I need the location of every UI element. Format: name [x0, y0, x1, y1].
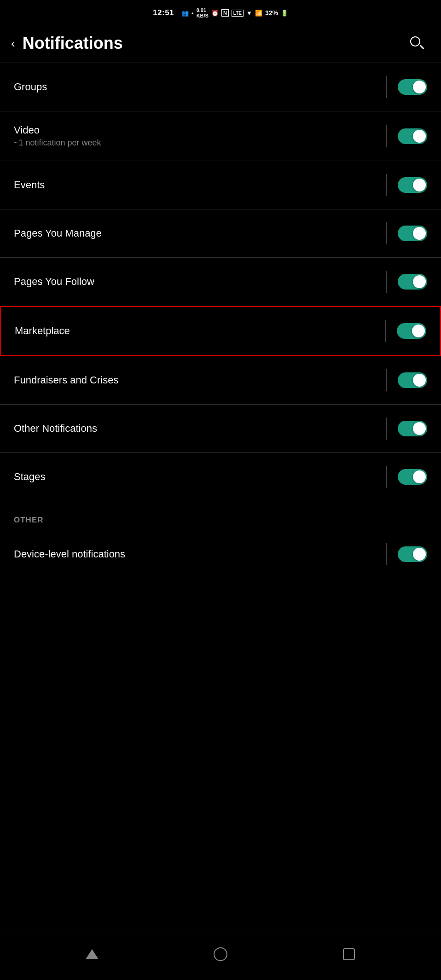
vert-separator — [386, 466, 387, 488]
setting-row-events: Events — [0, 161, 441, 209]
dot-icon: • — [191, 10, 194, 17]
label-fundraisers: Fundraisers and Crises — [14, 374, 379, 386]
teams-icon: 👥 — [181, 10, 189, 17]
label-pages-follow: Pages You Follow — [14, 276, 379, 288]
nfc-icon: N — [221, 9, 229, 17]
header-left: ‹ Notifications — [11, 34, 123, 53]
toggle-switch[interactable] — [398, 469, 427, 485]
label-group-marketplace: Marketplace — [15, 325, 378, 337]
other-list: Device-level notifications — [0, 530, 441, 578]
other-section-header: OTHER — [0, 501, 441, 530]
label-group-device-notif: Device-level notifications — [14, 548, 379, 560]
toggle-wrapper-fundraisers — [398, 372, 427, 388]
label-group-pages-manage: Pages You Manage — [14, 227, 379, 239]
toggle-switch[interactable] — [397, 323, 426, 339]
toggle-wrapper-events — [398, 177, 427, 193]
toggle-switch[interactable] — [398, 372, 427, 388]
vert-separator — [386, 174, 387, 196]
toggle-wrapper-device-notif — [398, 546, 427, 562]
settings-list: GroupsVideo~1 notification per weekEvent… — [0, 63, 441, 501]
label-events: Events — [14, 179, 379, 191]
toggle-switch[interactable] — [398, 226, 427, 241]
label-group-stages: Stages — [14, 471, 379, 483]
toggle-switch[interactable] — [398, 177, 427, 193]
label-device-notif: Device-level notifications — [14, 548, 379, 560]
vert-separator — [386, 543, 387, 565]
other-heading: OTHER — [14, 516, 44, 524]
setting-row-device-notif: Device-level notifications — [0, 530, 441, 578]
page-title: Notifications — [23, 34, 123, 53]
sublabel-video: ~1 notification per week — [14, 138, 379, 148]
toggle-wrapper-marketplace — [397, 323, 426, 339]
toggle-knob — [413, 548, 426, 561]
alarm-icon: ⏰ — [211, 10, 219, 17]
toggle-switch[interactable] — [398, 546, 427, 562]
battery-icon: 🔋 — [281, 10, 288, 17]
toggle-knob — [413, 422, 426, 435]
back-triangle-icon — [86, 949, 99, 959]
search-button[interactable] — [407, 33, 427, 53]
toggle-knob — [413, 179, 426, 191]
toggle-knob — [412, 325, 425, 337]
toggle-switch[interactable] — [398, 274, 427, 290]
label-group-fundraisers: Fundraisers and Crises — [14, 374, 379, 386]
toggle-knob — [413, 81, 426, 93]
setting-row-pages-follow: Pages You Follow — [0, 258, 441, 306]
label-video: Video — [14, 124, 379, 136]
toggle-wrapper-groups — [398, 79, 427, 95]
setting-row-fundraisers: Fundraisers and Crises — [0, 356, 441, 404]
status-time: 12:51 — [153, 8, 174, 17]
nav-back-button[interactable] — [79, 941, 105, 967]
toggle-switch[interactable] — [398, 128, 427, 144]
status-bar: 12:51 👥 • 0.01KB/S ⏰ N LTE ▼ 📶 32% 🔋 — [0, 0, 441, 24]
data-icon: 0.01KB/S — [197, 7, 209, 18]
toggle-wrapper-other-notif — [398, 421, 427, 436]
toggle-wrapper-video — [398, 128, 427, 144]
lte-icon: LTE — [232, 10, 244, 17]
nav-bar — [0, 932, 441, 980]
toggle-wrapper-pages-follow — [398, 274, 427, 290]
toggle-knob — [413, 374, 426, 387]
label-groups: Groups — [14, 81, 379, 93]
spacer — [0, 578, 441, 932]
label-pages-manage: Pages You Manage — [14, 227, 379, 239]
toggle-knob — [413, 470, 426, 483]
setting-row-stages: Stages — [0, 453, 441, 501]
label-group-groups: Groups — [14, 81, 379, 93]
toggle-knob — [413, 275, 426, 288]
toggle-switch[interactable] — [398, 421, 427, 436]
setting-row-marketplace: Marketplace — [0, 306, 441, 356]
signal-icon: 📶 — [255, 10, 262, 17]
toggle-knob — [413, 130, 426, 143]
label-marketplace: Marketplace — [15, 325, 378, 337]
toggle-switch[interactable] — [398, 79, 427, 95]
toggle-knob — [413, 227, 426, 240]
label-group-video: Video~1 notification per week — [14, 124, 379, 148]
nav-home-button[interactable] — [208, 941, 233, 967]
back-button[interactable]: ‹ — [11, 37, 15, 49]
toggle-wrapper-pages-manage — [398, 226, 427, 241]
setting-row-pages-manage: Pages You Manage — [0, 209, 441, 257]
toggle-wrapper-stages — [398, 469, 427, 485]
vert-separator — [386, 271, 387, 293]
battery-percent: 32% — [265, 9, 278, 17]
nav-recents-button[interactable] — [336, 941, 362, 967]
vert-separator — [386, 418, 387, 440]
setting-row-groups: Groups — [0, 63, 441, 111]
recents-square-icon — [343, 948, 355, 960]
label-stages: Stages — [14, 471, 379, 483]
setting-row-video: Video~1 notification per week — [0, 111, 441, 161]
label-group-other-notif: Other Notifications — [14, 423, 379, 435]
vert-separator — [386, 369, 387, 391]
vert-separator — [386, 76, 387, 98]
status-icons: 👥 • 0.01KB/S ⏰ N LTE ▼ 📶 32% 🔋 — [181, 7, 288, 18]
vert-separator — [386, 222, 387, 244]
vert-separator — [385, 320, 386, 342]
wifi-icon: ▼ — [246, 10, 252, 17]
setting-row-other-notif: Other Notifications — [0, 405, 441, 452]
label-group-events: Events — [14, 179, 379, 191]
label-group-pages-follow: Pages You Follow — [14, 276, 379, 288]
home-circle-icon — [214, 947, 227, 961]
page-header: ‹ Notifications — [0, 24, 441, 63]
vert-separator — [386, 125, 387, 147]
